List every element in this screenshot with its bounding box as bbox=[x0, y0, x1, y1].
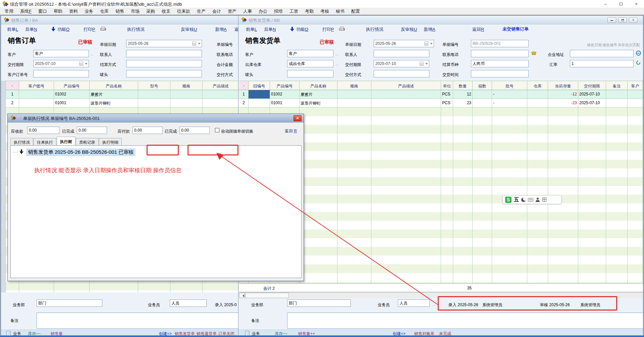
cell[interactable] bbox=[371, 90, 441, 99]
cell-product-name[interactable]: 摩擦片 bbox=[90, 90, 138, 99]
tree-node-delivery[interactable]: 销售发货单 2025-05-26 BB-250526-001 已审核 bbox=[26, 148, 136, 156]
cell-product-name[interactable]: 摩擦片 bbox=[300, 90, 337, 99]
cell[interactable] bbox=[170, 90, 203, 99]
bb-person-lookup[interactable]: .. bbox=[432, 302, 436, 306]
tab-exec-tree[interactable]: 执行树 bbox=[57, 137, 75, 146]
bb-customer-field[interactable] bbox=[287, 50, 333, 57]
cell[interactable] bbox=[527, 90, 548, 99]
receivable-done-field[interactable] bbox=[77, 127, 107, 134]
bb-prev-button[interactable]: 前单L bbox=[246, 26, 257, 32]
cell-selected[interactable] bbox=[249, 90, 270, 99]
menu-item[interactable]: 生产 bbox=[194, 8, 209, 14]
menu-item[interactable]: 帮助 bbox=[50, 8, 66, 14]
menu-item[interactable]: 市场 bbox=[127, 8, 143, 14]
menu-item[interactable]: 会计 bbox=[209, 8, 224, 14]
maximize-button[interactable] bbox=[613, 0, 629, 8]
ba-customer-field[interactable] bbox=[33, 50, 89, 57]
cell[interactable] bbox=[170, 99, 203, 108]
bb-warehouse-field[interactable] bbox=[287, 60, 333, 67]
menu-item[interactable]: 资料 bbox=[66, 8, 81, 14]
ba-customer-lookup[interactable]: .. bbox=[91, 52, 94, 56]
bb-mark-field[interactable] bbox=[287, 70, 333, 77]
cell-stock[interactable]: -23 bbox=[548, 99, 578, 108]
keyboard-icon[interactable] bbox=[528, 198, 533, 202]
cell-batch[interactable]: - bbox=[492, 90, 527, 99]
cell[interactable] bbox=[371, 99, 441, 108]
ime-logo[interactable]: S bbox=[505, 197, 512, 203]
cell-unit[interactable]: PCS bbox=[441, 90, 453, 99]
bb-exec-status-button[interactable]: 执行情况 bbox=[366, 26, 383, 32]
chevron-down-icon[interactable] bbox=[425, 63, 428, 66]
bb-next-button[interactable]: 后单N bbox=[264, 26, 276, 32]
cell[interactable] bbox=[203, 90, 239, 99]
ba-prev-button[interactable]: 前单L bbox=[7, 26, 18, 32]
cell-deadline[interactable]: 2025-07-10 bbox=[578, 99, 606, 108]
bb-print-button[interactable]: 打印P bbox=[322, 26, 334, 32]
ba-note-textarea[interactable] bbox=[37, 313, 238, 329]
bb-currency-field[interactable] bbox=[471, 60, 529, 67]
menu-item[interactable]: 工资 bbox=[286, 8, 302, 14]
menu-item[interactable]: 办公 bbox=[255, 8, 271, 14]
bb-note-textarea[interactable] bbox=[287, 313, 643, 329]
bb-deliver-time-field[interactable] bbox=[471, 70, 529, 77]
auto-follow-checkbox[interactable] bbox=[215, 128, 219, 132]
printer-icon[interactable] bbox=[100, 27, 106, 31]
ba-mark-field[interactable] bbox=[126, 70, 202, 77]
receivable-field[interactable] bbox=[27, 127, 59, 134]
cell-qty[interactable]: 23 bbox=[453, 99, 473, 108]
ba-footer-close-order[interactable]: 订单关闭 bbox=[218, 331, 234, 336]
ba-footer-make-delivery[interactable]: 销售发货单 bbox=[175, 331, 195, 336]
bb-add-button[interactable]: 新增A bbox=[424, 26, 435, 32]
bb-contact-field[interactable] bbox=[374, 50, 429, 57]
scroll-thumb[interactable] bbox=[245, 293, 289, 298]
ba-footer-stock[interactable]: 库存~~ bbox=[28, 331, 41, 336]
cell[interactable] bbox=[19, 90, 54, 99]
bb-footer-sales[interactable]: 销售量++ bbox=[298, 331, 315, 336]
printer-icon[interactable] bbox=[339, 27, 345, 31]
minimize-button[interactable]: – bbox=[598, 0, 613, 8]
bb-minimize-button[interactable] bbox=[607, 17, 616, 23]
bb-person-field[interactable] bbox=[398, 299, 430, 307]
chevron-down-icon[interactable] bbox=[85, 63, 88, 66]
bb-footer-biz[interactable]: 业务 bbox=[252, 331, 260, 336]
cell-product-no[interactable]: 01001 bbox=[270, 99, 300, 108]
menu-item[interactable]: 考核 bbox=[317, 8, 332, 14]
bb-address-field[interactable] bbox=[570, 50, 634, 57]
bb-footer-create[interactable]: 创建=> bbox=[393, 331, 406, 336]
cell[interactable] bbox=[138, 99, 170, 108]
chevron-down-icon[interactable] bbox=[430, 43, 433, 46]
ba-function-button[interactable]: 功能O bbox=[57, 26, 69, 32]
payable-done-field[interactable] bbox=[179, 127, 210, 134]
ba-doc-date-field[interactable] bbox=[126, 40, 202, 47]
ba-footer-sales[interactable]: 销售量 bbox=[51, 331, 63, 336]
ba-deadline-field[interactable] bbox=[33, 60, 89, 67]
ba-person-field[interactable] bbox=[170, 299, 207, 307]
ba-add-button[interactable]: 新增A bbox=[215, 26, 227, 32]
cell[interactable] bbox=[138, 90, 170, 99]
menu-item[interactable]: 配置 bbox=[348, 8, 363, 14]
menu-item[interactable]: 往来款 bbox=[174, 8, 194, 14]
menu-item[interactable]: 常用 bbox=[1, 8, 17, 14]
user-icon[interactable] bbox=[536, 198, 540, 202]
bb-footer-incomplete[interactable]: 未完成 bbox=[439, 331, 451, 336]
ba-window-titlebar[interactable]: 销售订单 / BA bbox=[1, 16, 239, 24]
menu-item[interactable]: 采购 bbox=[143, 8, 158, 14]
cell[interactable] bbox=[203, 99, 239, 108]
dialog-titlebar[interactable]: 单据执行情况 单据编号 BA-250526-001 × bbox=[8, 114, 304, 123]
ba-dept-field[interactable] bbox=[37, 299, 102, 307]
chevron-down-icon[interactable] bbox=[198, 43, 201, 46]
menu-item[interactable]: 人事 bbox=[240, 8, 255, 14]
cell[interactable] bbox=[337, 99, 371, 108]
menu-item[interactable]: 系统F bbox=[17, 8, 35, 14]
cell-product-name[interactable]: 波形片铆钉 bbox=[300, 99, 337, 108]
cell[interactable] bbox=[249, 99, 270, 108]
cell-product-no[interactable]: 01002 bbox=[270, 90, 300, 99]
cell-product-no[interactable]: 01001 bbox=[54, 99, 90, 108]
ba-contact-field[interactable] bbox=[126, 50, 202, 57]
bb-deadline-field[interactable] bbox=[374, 60, 429, 67]
ime-mode[interactable]: 五 bbox=[514, 197, 519, 203]
menu-item[interactable]: 仓库 bbox=[97, 8, 112, 14]
menu-item[interactable]: 招培 bbox=[271, 8, 286, 14]
cell[interactable] bbox=[628, 99, 643, 108]
close-button[interactable]: × bbox=[629, 0, 644, 8]
